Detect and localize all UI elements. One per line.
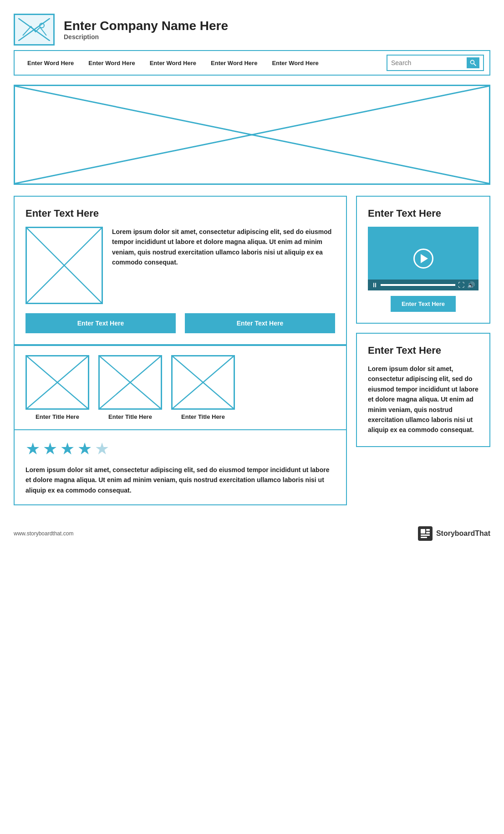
video-placeholder[interactable]: ⏸ ⛶ 🔊	[368, 227, 479, 290]
img-item-3: Enter Title Here	[171, 355, 235, 420]
svg-rect-20	[421, 534, 430, 536]
small-image-1	[25, 355, 89, 410]
footer: www.storyboardthat.com StoryboardThat	[14, 519, 490, 541]
video-controls: ⏸ ⛶ 🔊	[368, 280, 479, 290]
brand-icon	[418, 526, 433, 541]
left-top-card: Enter Text Here Lorem ipsum dolor sit am…	[14, 196, 347, 345]
right-text-body: Lorem ipsum dolor sit amet, consectetur …	[368, 364, 479, 435]
star-1: ★	[25, 439, 40, 458]
left-btn-1[interactable]: Enter Text Here	[25, 313, 176, 333]
rating-section: ★ ★ ★ ★ ★ Lorem ipsum dolor sit amet, co…	[14, 430, 347, 505]
img-item-1: Enter Title Here	[25, 355, 89, 420]
images-section: Enter Title Here Enter Title Here	[14, 345, 347, 430]
right-text-title: Enter Text Here	[368, 345, 479, 356]
progress-bar	[381, 284, 455, 286]
fullscreen-icon[interactable]: ⛶	[458, 281, 464, 289]
nav-item-2[interactable]: Enter Word Here	[81, 58, 142, 68]
company-name: Enter Company Name Here	[64, 19, 228, 33]
svg-line-5	[474, 64, 476, 66]
hero-placeholder-svg	[15, 86, 489, 183]
nav-item-1[interactable]: Enter Word Here	[20, 58, 81, 68]
logo-image	[18, 18, 50, 41]
small-image-2	[98, 355, 162, 410]
section-top: Lorem ipsum dolor sit amet, consectetur …	[25, 227, 335, 304]
img-title-2: Enter Title Here	[108, 413, 152, 420]
left-top-body: Lorem ipsum dolor sit amet, consectetur …	[112, 227, 335, 268]
nav-items: Enter Word Here Enter Word Here Enter Wo…	[20, 58, 387, 68]
small-image-placeholder-2	[100, 356, 161, 408]
header: Enter Company Name Here Description	[14, 9, 490, 50]
logo-box	[14, 14, 55, 46]
company-description: Description	[64, 33, 228, 41]
star-3: ★	[60, 439, 75, 458]
storyboardthat-icon	[418, 527, 432, 540]
header-title-block: Enter Company Name Here Description	[64, 19, 228, 41]
left-image-placeholder	[27, 228, 102, 303]
small-image-3	[171, 355, 235, 410]
nav-item-5[interactable]: Enter Word Here	[265, 58, 326, 68]
right-text-card: Enter Text Here Lorem ipsum dolor sit am…	[356, 333, 490, 447]
left-top-image	[25, 227, 103, 304]
hero-image	[14, 85, 490, 185]
brand-name: StoryboardThat	[436, 529, 490, 538]
right-video-card: Enter Text Here ⏸ ⛶ 🔊 Enter Text Here	[356, 196, 490, 324]
right-column: Enter Text Here ⏸ ⛶ 🔊 Enter Text Here En…	[356, 196, 490, 505]
rating-body: Lorem ipsum dolor sit amet, consectetur …	[25, 465, 335, 495]
img-title-3: Enter Title Here	[181, 413, 225, 420]
svg-rect-19	[426, 532, 430, 534]
play-button[interactable]	[413, 249, 433, 269]
star-2: ★	[43, 439, 57, 458]
main-content: Enter Text Here Lorem ipsum dolor sit am…	[14, 196, 490, 505]
left-column: Enter Text Here Lorem ipsum dolor sit am…	[14, 196, 347, 505]
volume-icon[interactable]: 🔊	[467, 281, 475, 289]
search-box	[387, 55, 484, 71]
footer-url: www.storyboardthat.com	[14, 530, 73, 537]
left-btn-2[interactable]: Enter Text Here	[185, 313, 335, 333]
video-cta-button[interactable]: Enter Text Here	[391, 296, 456, 312]
search-input[interactable]	[391, 59, 464, 66]
search-icon	[469, 59, 477, 66]
image-row: Enter Title Here Enter Title Here	[25, 355, 335, 420]
pause-icon[interactable]: ⏸	[372, 281, 378, 289]
video-cta-row: Enter Text Here	[368, 296, 479, 312]
nav-item-4[interactable]: Enter Word Here	[204, 58, 265, 68]
star-4: ★	[77, 439, 92, 458]
svg-rect-21	[421, 537, 427, 538]
star-5: ★	[95, 439, 109, 458]
stars-row: ★ ★ ★ ★ ★	[25, 439, 335, 458]
play-icon	[421, 254, 428, 263]
button-row: Enter Text Here Enter Text Here	[25, 313, 335, 333]
right-video-title: Enter Text Here	[368, 208, 479, 219]
svg-point-4	[470, 60, 474, 64]
svg-rect-17	[421, 529, 425, 534]
img-item-2: Enter Title Here	[98, 355, 162, 420]
navbar: Enter Word Here Enter Word Here Enter Wo…	[14, 50, 490, 76]
nav-item-3[interactable]: Enter Word Here	[143, 58, 204, 68]
svg-rect-18	[426, 529, 430, 531]
search-button[interactable]	[467, 57, 479, 68]
small-image-placeholder-1	[27, 356, 88, 408]
footer-brand: StoryboardThat	[418, 526, 490, 541]
small-image-placeholder-3	[173, 356, 234, 408]
left-top-title: Enter Text Here	[25, 208, 335, 219]
img-title-1: Enter Title Here	[36, 413, 79, 420]
